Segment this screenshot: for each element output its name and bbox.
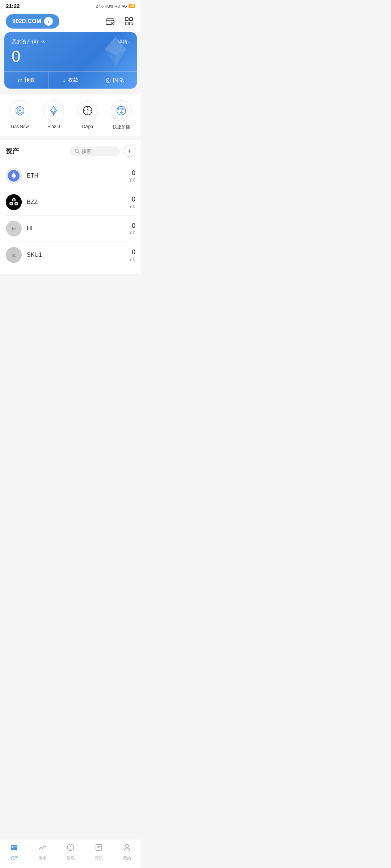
sku1-logo-icon: S1 bbox=[6, 247, 22, 263]
transfer-icon: ⇄ bbox=[17, 77, 22, 84]
svg-point-50 bbox=[13, 199, 15, 201]
flash-swap-button[interactable]: ◎ 闪兑 bbox=[93, 72, 137, 89]
eth-logo bbox=[6, 168, 22, 184]
flash-swap-icon: ◎ bbox=[106, 77, 111, 84]
sku1-cny: ¥ 0 bbox=[129, 257, 135, 262]
eth2-button[interactable]: Eth2.0 bbox=[43, 100, 64, 130]
eth2-icon-circle bbox=[43, 100, 64, 121]
bzz-logo-icon bbox=[6, 194, 22, 210]
brand-button[interactable]: 902D.COM › bbox=[6, 14, 59, 29]
sku1-values: 0 ¥ 0 bbox=[129, 248, 135, 262]
assets-header: 资产 + bbox=[6, 145, 135, 157]
eth-info: ETH bbox=[27, 173, 129, 179]
dapp-label: DApp bbox=[82, 124, 93, 129]
svg-point-52 bbox=[16, 203, 17, 205]
asset-actions: ⇄ 转账 ↓ 收款 ◎ 闪兑 bbox=[4, 71, 137, 89]
svg-text:S1: S1 bbox=[12, 254, 16, 258]
dapp-button[interactable]: DApp bbox=[77, 100, 98, 130]
network-indicator: 4G bbox=[122, 4, 127, 8]
evm-icon-circle: EVM bbox=[111, 100, 132, 121]
assets-title: 资产 bbox=[6, 147, 19, 156]
eth-cny: ¥ 0 bbox=[129, 178, 135, 183]
brand-arrow-icon: › bbox=[44, 17, 53, 26]
bzz-logo bbox=[6, 194, 22, 210]
hi-logo-icon: hi bbox=[6, 221, 22, 237]
hd-badge: HD bbox=[114, 4, 120, 8]
evm-icon: EVM bbox=[115, 105, 127, 116]
asset-title-row: 我的资产(¥) 👁 bbox=[12, 39, 46, 45]
bzz-cny: ¥ 0 bbox=[129, 204, 135, 209]
battery-indicator: 18 bbox=[129, 4, 135, 8]
dapp-compass-icon bbox=[82, 105, 93, 116]
gas-now-icon-circle bbox=[9, 100, 30, 121]
hi-symbol: HI bbox=[27, 225, 129, 232]
search-bar[interactable] bbox=[70, 146, 120, 156]
svg-text:EVM: EVM bbox=[118, 107, 125, 111]
search-input[interactable] bbox=[82, 149, 111, 154]
gas-now-icon bbox=[14, 105, 26, 116]
svg-point-51 bbox=[10, 203, 12, 205]
scan-button[interactable] bbox=[122, 15, 135, 28]
scan-icon bbox=[124, 16, 134, 26]
svg-marker-33 bbox=[87, 109, 89, 111]
asset-card-title: 我的资产(¥) bbox=[12, 39, 38, 45]
status-bar: 21:22 27.8 KB/s HD 4G 18 bbox=[0, 0, 141, 10]
svg-marker-26 bbox=[51, 111, 54, 115]
top-nav: 902D.COM › bbox=[0, 10, 141, 32]
nav-icons bbox=[104, 15, 135, 28]
asset-card: 我的资产(¥) 👁 详情 › 0 ⇄ 转账 ↓ 收款 ◎ 闪兑 bbox=[4, 32, 137, 89]
hi-info: HI bbox=[27, 225, 129, 232]
quick-add-chain-label: 快捷加链 bbox=[113, 124, 130, 130]
quick-add-chain-button[interactable]: EVM 快捷加链 bbox=[111, 100, 132, 130]
dapp-icon-circle bbox=[77, 100, 98, 121]
add-asset-button[interactable]: + bbox=[124, 145, 135, 157]
visibility-icon[interactable]: 👁 bbox=[41, 39, 46, 45]
svg-marker-25 bbox=[54, 111, 56, 115]
asset-item-bzz[interactable]: BZZ 0 ¥ 0 bbox=[6, 189, 135, 216]
svg-point-49 bbox=[13, 201, 15, 203]
sku1-info: SKU1 bbox=[27, 252, 129, 258]
svg-rect-5 bbox=[130, 18, 133, 21]
add-wallet-button[interactable] bbox=[104, 15, 117, 28]
status-icons: 27.8 KB/s HD 4G 18 bbox=[96, 4, 135, 8]
eth2-icon bbox=[48, 105, 59, 116]
svg-rect-4 bbox=[125, 18, 128, 21]
svg-marker-23 bbox=[19, 109, 21, 112]
eth-balance: 0 bbox=[129, 169, 135, 177]
hi-logo: hi bbox=[6, 221, 22, 237]
svg-rect-6 bbox=[125, 22, 128, 25]
bzz-balance: 0 bbox=[129, 196, 135, 203]
bzz-info: BZZ bbox=[27, 199, 129, 205]
sku1-symbol: SKU1 bbox=[27, 252, 129, 258]
eth2-label: Eth2.0 bbox=[47, 124, 60, 129]
eth-symbol: ETH bbox=[27, 173, 129, 179]
speed-indicator: 27.8 KB/s bbox=[96, 4, 113, 8]
eth-logo-icon bbox=[8, 170, 20, 182]
bzz-values: 0 ¥ 0 bbox=[129, 196, 135, 209]
hi-balance: 0 bbox=[129, 222, 135, 230]
assets-section: 资产 + ETH 0 ¥ 0 bbox=[0, 140, 141, 274]
status-time: 21:22 bbox=[6, 3, 20, 9]
hi-values: 0 ¥ 0 bbox=[129, 222, 135, 235]
asset-item-eth[interactable]: ETH 0 ¥ 0 bbox=[6, 163, 135, 189]
asset-item-hi[interactable]: hi HI 0 ¥ 0 bbox=[6, 216, 135, 242]
receive-icon: ↓ bbox=[63, 77, 66, 84]
svg-line-40 bbox=[78, 152, 80, 154]
svg-marker-34 bbox=[87, 111, 89, 113]
receive-button[interactable]: ↓ 收款 bbox=[49, 72, 93, 89]
eth-values: 0 ¥ 0 bbox=[129, 169, 135, 183]
wallet-plus-icon bbox=[105, 16, 115, 26]
quick-menu: Gas Now Eth2.0 DApp bbox=[0, 94, 141, 136]
gas-now-label: Gas Now bbox=[11, 124, 29, 129]
gas-now-button[interactable]: Gas Now bbox=[9, 100, 30, 130]
asset-item-sku1[interactable]: S1 SKU1 0 ¥ 0 bbox=[6, 242, 135, 268]
detail-link[interactable]: 详情 › bbox=[118, 39, 130, 45]
sku1-balance: 0 bbox=[129, 248, 135, 256]
sku1-logo: S1 bbox=[6, 247, 22, 263]
brand-label: 902D.COM bbox=[12, 18, 41, 25]
svg-text:hi: hi bbox=[12, 226, 16, 231]
transfer-button[interactable]: ⇄ 转账 bbox=[4, 72, 49, 89]
hi-cny: ¥ 0 bbox=[129, 230, 135, 235]
search-icon bbox=[75, 149, 80, 154]
bzz-symbol: BZZ bbox=[27, 199, 129, 205]
